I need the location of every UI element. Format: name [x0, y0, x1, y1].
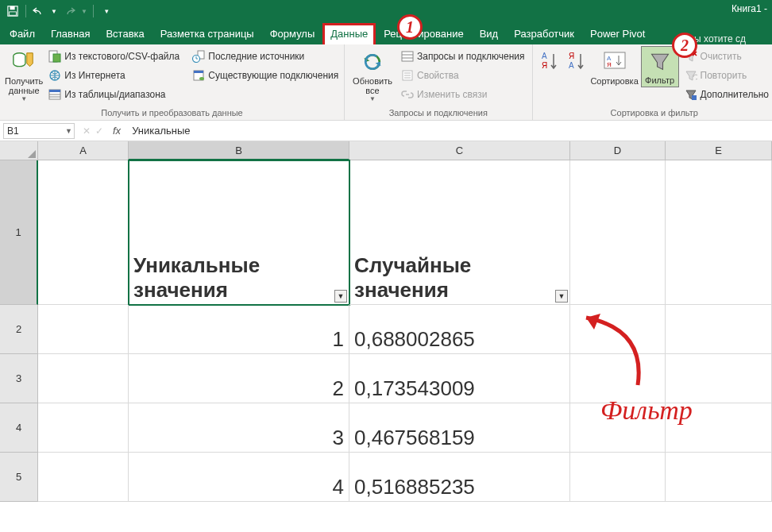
- svg-text:Я: Я: [607, 61, 612, 68]
- col-header-d[interactable]: D: [570, 141, 666, 160]
- col-header-c[interactable]: C: [349, 141, 570, 160]
- get-data-button[interactable]: Получить данные ▼: [5, 46, 43, 102]
- cancel-icon: ✕: [83, 125, 91, 137]
- from-text-icon: [48, 50, 61, 63]
- recent-sources-button[interactable]: Последние источники: [190, 48, 341, 65]
- get-data-label: Получить данные: [5, 76, 43, 95]
- quick-access-toolbar: ▼ ▼ ▾: [5, 3, 114, 19]
- undo-dropdown-icon[interactable]: ▼: [50, 3, 58, 19]
- cell-b2[interactable]: 1: [129, 305, 349, 354]
- tab-review[interactable]: Рецензирование: [376, 23, 471, 44]
- filter-button[interactable]: Фильтр: [641, 46, 679, 87]
- filter-dropdown-b1[interactable]: ▼: [334, 290, 347, 303]
- col-header-e[interactable]: E: [666, 141, 772, 160]
- tab-powerpivot[interactable]: Power Pivot: [582, 23, 653, 44]
- svg-rect-14: [194, 71, 203, 73]
- tab-formulas[interactable]: Формулы: [262, 23, 323, 44]
- sort-icon: АЯ: [602, 49, 627, 75]
- from-web-button[interactable]: Из Интернета: [46, 67, 182, 84]
- tab-file[interactable]: Файл: [5, 23, 43, 44]
- svg-text:Я: Я: [542, 61, 547, 70]
- cell-d1[interactable]: [570, 160, 666, 305]
- advanced-filter-icon: [685, 88, 697, 101]
- cell-c2[interactable]: 0,688002865: [349, 305, 570, 354]
- cell-a2[interactable]: [38, 305, 129, 354]
- tab-home[interactable]: Главная: [43, 23, 98, 44]
- tab-view[interactable]: Вид: [472, 23, 507, 44]
- tab-developer[interactable]: Разработчик: [506, 23, 582, 44]
- row-header-2[interactable]: 2: [0, 305, 38, 354]
- cell-c5[interactable]: 0,516885235: [349, 453, 570, 502]
- tab-data[interactable]: Данные: [322, 23, 376, 44]
- ribbon-tabs: Файл Главная Вставка Разметка страницы Ф…: [0, 22, 772, 44]
- sort-asc-button[interactable]: АЯ: [538, 46, 562, 75]
- reapply-icon: [685, 69, 697, 82]
- ribbon-group-label-1: Получить и преобразовать данные: [5, 106, 339, 120]
- get-data-icon: [11, 49, 37, 75]
- column-header-row: A B C D E: [0, 141, 772, 160]
- advanced-filter-button[interactable]: Дополнительно: [682, 86, 771, 103]
- queries-connections-button[interactable]: Запросы и подключения: [399, 48, 527, 65]
- cell-b5[interactable]: 4: [129, 453, 349, 502]
- fx-icon[interactable]: fx: [113, 125, 121, 137]
- confirm-icon: ✓: [95, 125, 103, 137]
- name-box-dropdown-icon[interactable]: ▼: [65, 127, 72, 135]
- redo-icon: [61, 3, 77, 19]
- cell-b3[interactable]: 2: [129, 354, 349, 403]
- refresh-all-label: Обновить все: [349, 76, 396, 95]
- qat-customize-icon[interactable]: ▾: [98, 3, 114, 19]
- filter-label: Фильтр: [645, 75, 674, 85]
- cell-b1[interactable]: Уникальные значения▼: [129, 160, 349, 305]
- cell-a4[interactable]: [38, 403, 129, 453]
- edit-links-button: Изменить связи: [399, 86, 527, 103]
- svg-rect-32: [692, 95, 697, 100]
- formula-input[interactable]: Уникальные: [132, 125, 190, 137]
- svg-rect-5: [53, 54, 60, 62]
- recent-sources-icon: [192, 50, 205, 63]
- row-header-3[interactable]: 3: [0, 354, 38, 403]
- cell-e2[interactable]: [666, 305, 772, 354]
- queries-icon: [401, 50, 414, 63]
- cell-c1[interactable]: Случайные значения▼: [349, 160, 570, 305]
- name-box[interactable]: B1▼: [3, 123, 75, 139]
- row-header-1[interactable]: 1: [0, 160, 38, 305]
- sort-desc-button[interactable]: ЯА: [565, 46, 589, 75]
- tab-insert[interactable]: Вставка: [98, 23, 152, 44]
- filter-dropdown-c1[interactable]: ▼: [555, 290, 568, 303]
- row-header-4[interactable]: 4: [0, 403, 38, 453]
- svg-rect-16: [402, 52, 413, 61]
- from-web-icon: [48, 69, 61, 82]
- undo-icon[interactable]: [31, 3, 47, 19]
- cell-e5[interactable]: [666, 453, 772, 502]
- ribbon-group-label-3: Сортировка и фильтр: [538, 106, 771, 120]
- svg-text:А: А: [542, 52, 547, 60]
- row-header-5[interactable]: 5: [0, 453, 38, 502]
- cell-c3[interactable]: 0,173543009: [349, 354, 570, 403]
- cell-e1[interactable]: [666, 160, 772, 305]
- cell-a1[interactable]: [38, 160, 129, 305]
- cell-c4[interactable]: 0,467568159: [349, 403, 570, 453]
- col-header-b[interactable]: B: [129, 141, 349, 160]
- cell-a3[interactable]: [38, 354, 129, 403]
- svg-rect-2: [10, 12, 17, 15]
- cell-d2[interactable]: [570, 305, 666, 354]
- cell-a5[interactable]: [38, 453, 129, 502]
- ribbon-group-get-transform: Получить данные ▼ Из текстового/CSV-файл…: [0, 44, 345, 120]
- tab-page-layout[interactable]: Разметка страницы: [152, 23, 262, 44]
- ribbon-group-label-2: Запросы и подключения: [349, 106, 527, 120]
- from-table-button[interactable]: Из таблицы/диапазона: [46, 86, 182, 103]
- from-text-csv-button[interactable]: Из текстового/CSV-файла: [46, 48, 182, 65]
- cell-b4[interactable]: 3: [129, 403, 349, 453]
- refresh-icon: [360, 49, 385, 75]
- sort-button[interactable]: АЯ Сортировка: [592, 46, 638, 86]
- grid-body: 1 2 3 4 5 Уникальные значения▼ Случайные…: [0, 160, 772, 502]
- select-all-corner[interactable]: [0, 141, 38, 160]
- formula-bar: B1▼ ✕ ✓ fx Уникальные: [0, 121, 772, 141]
- cell-d5[interactable]: [570, 453, 666, 502]
- save-icon[interactable]: [5, 3, 21, 19]
- refresh-all-button[interactable]: Обновить все ▼: [349, 46, 396, 102]
- properties-icon: [401, 69, 414, 82]
- col-header-a[interactable]: A: [38, 141, 129, 160]
- existing-connections-button[interactable]: Существующие подключения: [190, 67, 341, 84]
- svg-text:А: А: [569, 61, 574, 70]
